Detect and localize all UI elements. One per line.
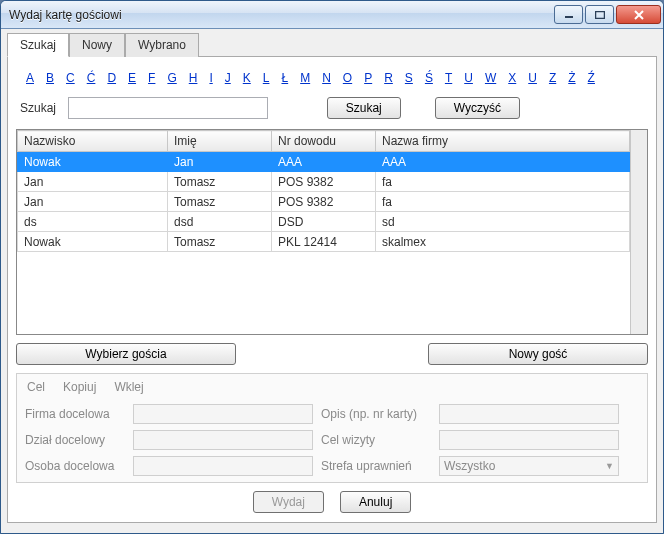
- table-cell: POS 9382: [272, 192, 376, 212]
- letter-link-Ż[interactable]: Ż: [568, 71, 575, 85]
- label-dzial: Dział docelowy: [25, 433, 125, 447]
- table-cell: PKL 12414: [272, 232, 376, 252]
- results-table-wrap: Nazwisko Imię Nr dowodu Nazwa firmy Nowa…: [16, 129, 648, 335]
- tabstrip: Szukaj Nowy Wybrano: [7, 33, 657, 57]
- close-button[interactable]: [616, 5, 661, 24]
- form-grid: Firma docelowa Opis (np. nr karty) Dział…: [25, 404, 639, 476]
- letter-link-Z[interactable]: Z: [549, 71, 556, 85]
- results-table[interactable]: Nazwisko Imię Nr dowodu Nazwa firmy Nowa…: [17, 130, 630, 252]
- search-button[interactable]: Szukaj: [327, 97, 401, 119]
- letter-link-S[interactable]: S: [405, 71, 413, 85]
- letter-link-J[interactable]: J: [225, 71, 231, 85]
- col-nrdowodu[interactable]: Nr dowodu: [272, 131, 376, 152]
- minimize-icon: [564, 11, 574, 19]
- letter-link-P[interactable]: P: [364, 71, 372, 85]
- tab-selected[interactable]: Wybrano: [125, 33, 199, 57]
- table-cell: AAA: [272, 152, 376, 172]
- tab-search[interactable]: Szukaj: [7, 33, 69, 57]
- search-row: Szukaj Szukaj Wyczyść: [16, 93, 648, 129]
- table-cell: Tomasz: [168, 172, 272, 192]
- table-cell: ds: [18, 212, 168, 232]
- issue-button: Wydaj: [253, 491, 324, 513]
- letter-link-L[interactable]: L: [263, 71, 270, 85]
- table-row[interactable]: JanTomaszPOS 9382fa: [18, 172, 630, 192]
- table-row[interactable]: NowakJanAAAAAA: [18, 152, 630, 172]
- letter-link-Ł[interactable]: Ł: [281, 71, 288, 85]
- table-cell: Nowak: [18, 152, 168, 172]
- label-osoba: Osoba docelowa: [25, 459, 125, 473]
- form-menu: Cel Kopiuj Wklej: [25, 380, 639, 394]
- menu-copy[interactable]: Kopiuj: [63, 380, 96, 394]
- table-cell: Tomasz: [168, 232, 272, 252]
- label-strefa: Strefa uprawnień: [321, 459, 431, 473]
- letter-link-U[interactable]: U: [528, 71, 537, 85]
- combo-strefa-value: Wszystko: [444, 459, 495, 473]
- table-cell: Jan: [168, 152, 272, 172]
- select-guest-button[interactable]: Wybierz gościa: [16, 343, 236, 365]
- letter-link-H[interactable]: H: [189, 71, 198, 85]
- letter-link-B[interactable]: B: [46, 71, 54, 85]
- label-firma: Firma docelowa: [25, 407, 125, 421]
- col-nazwisko[interactable]: Nazwisko: [18, 131, 168, 152]
- table-row[interactable]: NowakTomaszPKL 12414skalmex: [18, 232, 630, 252]
- close-icon: [633, 10, 645, 20]
- label-celwizyty: Cel wizyty: [321, 433, 431, 447]
- col-imie[interactable]: Imię: [168, 131, 272, 152]
- letter-link-F[interactable]: F: [148, 71, 155, 85]
- content-area: Szukaj Nowy Wybrano ABCĆDEFGHIJKLŁMNOPRS…: [1, 29, 663, 533]
- table-cell: fa: [376, 192, 630, 212]
- letter-link-I[interactable]: I: [209, 71, 212, 85]
- letter-link-O[interactable]: O: [343, 71, 352, 85]
- input-opis: [439, 404, 619, 424]
- letter-link-T[interactable]: T: [445, 71, 452, 85]
- form-area: Cel Kopiuj Wklej Firma docelowa Opis (np…: [16, 373, 648, 483]
- vertical-scrollbar[interactable]: [630, 130, 647, 334]
- table-cell: POS 9382: [272, 172, 376, 192]
- table-cell: DSD: [272, 212, 376, 232]
- table-cell: fa: [376, 172, 630, 192]
- letter-filter-row: ABCĆDEFGHIJKLŁMNOPRSŚTUWXUZŻŹ: [16, 65, 648, 93]
- table-header-row: Nazwisko Imię Nr dowodu Nazwa firmy: [18, 131, 630, 152]
- table-cell: Jan: [18, 192, 168, 212]
- mid-buttons-row: Wybierz gościa Nowy gość: [16, 343, 648, 365]
- col-nazwafirmy[interactable]: Nazwa firmy: [376, 131, 630, 152]
- letter-link-M[interactable]: M: [300, 71, 310, 85]
- letter-link-Ć[interactable]: Ć: [87, 71, 96, 85]
- letter-link-N[interactable]: N: [322, 71, 331, 85]
- menu-cel[interactable]: Cel: [27, 380, 45, 394]
- footer-buttons: Wydaj Anuluj: [16, 491, 648, 513]
- svg-rect-0: [565, 16, 573, 18]
- letter-link-A[interactable]: A: [26, 71, 34, 85]
- letter-link-R[interactable]: R: [384, 71, 393, 85]
- table-row[interactable]: JanTomaszPOS 9382fa: [18, 192, 630, 212]
- table-cell: Tomasz: [168, 192, 272, 212]
- letter-link-E[interactable]: E: [128, 71, 136, 85]
- letter-link-X[interactable]: X: [508, 71, 516, 85]
- tab-body: ABCĆDEFGHIJKLŁMNOPRSŚTUWXUZŻŹ Szukaj Szu…: [7, 57, 657, 523]
- maximize-button[interactable]: [585, 5, 614, 24]
- input-dzial: [133, 430, 313, 450]
- letter-link-W[interactable]: W: [485, 71, 496, 85]
- clear-button[interactable]: Wyczyść: [435, 97, 520, 119]
- input-firma: [133, 404, 313, 424]
- cancel-button[interactable]: Anuluj: [340, 491, 411, 513]
- table-cell: AAA: [376, 152, 630, 172]
- table-row[interactable]: dsdsdDSDsd: [18, 212, 630, 232]
- search-input[interactable]: [68, 97, 268, 119]
- tab-new[interactable]: Nowy: [69, 33, 125, 57]
- combo-strefa[interactable]: Wszystko ▼: [439, 456, 619, 476]
- table-cell: Jan: [18, 172, 168, 192]
- letter-link-Ź[interactable]: Ź: [588, 71, 595, 85]
- letter-link-D[interactable]: D: [107, 71, 116, 85]
- letter-link-Ś[interactable]: Ś: [425, 71, 433, 85]
- letter-link-K[interactable]: K: [243, 71, 251, 85]
- menu-paste[interactable]: Wklej: [114, 380, 143, 394]
- new-guest-button[interactable]: Nowy gość: [428, 343, 648, 365]
- letter-link-C[interactable]: C: [66, 71, 75, 85]
- maximize-icon: [595, 11, 605, 19]
- letter-link-U[interactable]: U: [464, 71, 473, 85]
- titlebar: Wydaj kartę gościowi: [1, 1, 663, 29]
- table-cell: Nowak: [18, 232, 168, 252]
- minimize-button[interactable]: [554, 5, 583, 24]
- letter-link-G[interactable]: G: [167, 71, 176, 85]
